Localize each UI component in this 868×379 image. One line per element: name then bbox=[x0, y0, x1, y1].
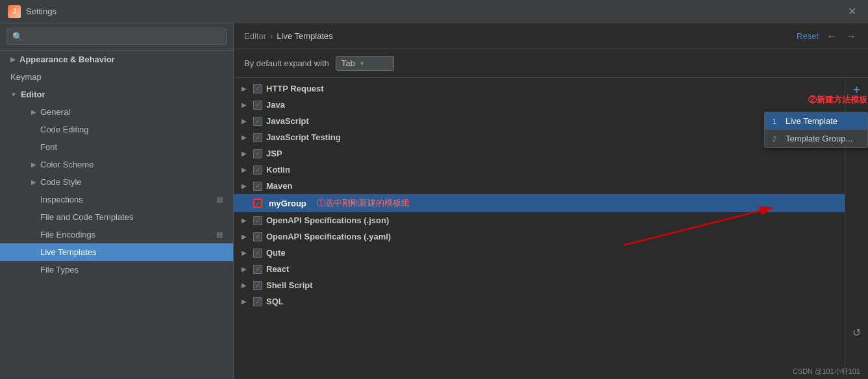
popup-item-template-group[interactable]: 2 Template Group... bbox=[765, 130, 867, 147]
checkbox-icon: ✓ bbox=[253, 117, 262, 126]
chevron-icon: ▶ bbox=[242, 265, 249, 273]
checkbox-icon: ✓ bbox=[253, 265, 262, 274]
dropdown-arrow-icon: ▾ bbox=[360, 60, 364, 67]
back-button[interactable]: ← bbox=[825, 29, 838, 43]
inspections-badge: ▤ bbox=[216, 195, 223, 204]
sidebar-item-label: Appearance & Behavior bbox=[19, 55, 115, 64]
list-item[interactable]: ▶ ✓ SQL bbox=[234, 293, 845, 310]
content-header: Editor › Live Templates Reset ← → bbox=[234, 23, 868, 49]
sidebar-item-label: Keymap bbox=[10, 72, 42, 82]
list-item[interactable]: ▶ ✓ Qute bbox=[234, 245, 845, 261]
list-item-mygroup[interactable]: ✓ myGroup ①选中刚刚新建的模板组 bbox=[234, 194, 845, 212]
chevron-icon: ▶ bbox=[242, 85, 249, 92]
sidebar-item-file-encodings[interactable]: File Encodings ▤ bbox=[0, 226, 233, 243]
file-encodings-badge: ▤ bbox=[216, 230, 223, 239]
chevron-icon: ▶ bbox=[10, 56, 16, 63]
group-name: Java bbox=[266, 100, 285, 110]
chevron-icon: ▶ bbox=[31, 108, 36, 116]
group-name: React bbox=[266, 264, 289, 274]
sidebar: ▶ Appearance & Behavior Keymap ▼ Editor … bbox=[0, 23, 234, 379]
list-item[interactable]: ▶ ✓ OpenAPI Specifications (.yaml) bbox=[234, 228, 845, 245]
toolbar-row: By default expand with Tab ▾ bbox=[234, 49, 868, 78]
sidebar-item-label: Color Scheme bbox=[40, 160, 93, 169]
content-area: Editor › Live Templates Reset ← → By def… bbox=[234, 23, 868, 379]
checkbox-icon: ✓ bbox=[253, 232, 262, 241]
list-item[interactable]: ▶ ✓ Java bbox=[234, 97, 845, 113]
breadcrumb-current: Live Templates bbox=[277, 31, 332, 41]
breadcrumb-parent: Editor bbox=[244, 31, 266, 41]
sidebar-item-appearance[interactable]: ▶ Appearance & Behavior bbox=[0, 51, 233, 68]
templates-container: ▶ ✓ HTTP Request ▶ ✓ Java ▶ ✓ JavaScript bbox=[234, 78, 868, 379]
main-container: ▶ Appearance & Behavior Keymap ▼ Editor … bbox=[0, 23, 868, 379]
group-name: Shell Script bbox=[266, 280, 313, 290]
sidebar-item-editor[interactable]: ▼ Editor bbox=[0, 86, 233, 103]
title-bar: J Settings ✕ bbox=[0, 0, 868, 23]
list-item[interactable]: ▶ ✓ JavaScript bbox=[234, 113, 845, 129]
chevron-icon: ▶ bbox=[242, 166, 249, 173]
sidebar-item-color-scheme[interactable]: ▶ Color Scheme bbox=[0, 156, 233, 173]
header-actions: Reset ← → bbox=[797, 29, 858, 43]
sidebar-item-general[interactable]: ▶ General bbox=[0, 103, 233, 121]
sidebar-item-file-types[interactable]: File Types bbox=[0, 261, 233, 278]
breadcrumb: Editor › Live Templates bbox=[244, 31, 333, 41]
expand-dropdown[interactable]: Tab ▾ bbox=[336, 56, 394, 71]
sidebar-item-label: Code Editing bbox=[40, 125, 88, 134]
sidebar-item-code-style[interactable]: ▶ Code Style bbox=[0, 173, 233, 191]
breadcrumb-separator: › bbox=[270, 31, 273, 41]
chevron-icon: ▶ bbox=[31, 178, 36, 186]
sidebar-item-label: Inspections bbox=[40, 195, 83, 204]
undo-button[interactable]: ↺ bbox=[847, 323, 865, 341]
popup-item-live-template[interactable]: 1 Live Template bbox=[765, 112, 867, 130]
list-item[interactable]: ▶ ✓ Maven bbox=[234, 178, 845, 194]
checkbox-icon: ✓ bbox=[253, 199, 262, 208]
group-name: Kotlin bbox=[266, 165, 290, 175]
chevron-icon: ▶ bbox=[242, 217, 249, 224]
popup-item-num: 1 bbox=[773, 117, 780, 125]
sidebar-item-live-templates[interactable]: Live Templates bbox=[0, 243, 233, 261]
list-item[interactable]: ▶ ✓ React bbox=[234, 261, 845, 277]
sidebar-item-code-editing[interactable]: Code Editing bbox=[0, 121, 233, 138]
chevron-icon: ▶ bbox=[242, 150, 249, 157]
close-button[interactable]: ✕ bbox=[844, 4, 860, 19]
checkbox-icon: ✓ bbox=[253, 216, 262, 225]
list-item[interactable]: ▶ ✓ HTTP Request bbox=[234, 80, 845, 97]
app-icon: J bbox=[8, 5, 21, 18]
add-annotation-label: ②新建方法模板 bbox=[808, 94, 867, 106]
bottom-bar: CSDN @101小轩101 bbox=[785, 364, 868, 379]
checkbox-icon: ✓ bbox=[253, 281, 262, 290]
checkbox-icon: ✓ bbox=[253, 133, 262, 142]
chevron-icon: ▶ bbox=[242, 282, 249, 289]
forward-button[interactable]: → bbox=[845, 29, 858, 43]
search-bar bbox=[0, 23, 233, 51]
chevron-icon: ▶ bbox=[242, 182, 249, 190]
sidebar-item-label: File Types bbox=[40, 265, 79, 275]
list-item[interactable]: ▶ ✓ JavaScript Testing bbox=[234, 129, 845, 145]
checkbox-icon: ✓ bbox=[253, 182, 262, 191]
popup-item-label: Live Template bbox=[786, 116, 837, 126]
group-name: Maven bbox=[266, 181, 292, 191]
chevron-icon: ▶ bbox=[31, 161, 36, 168]
list-item[interactable]: ▶ ✓ Kotlin bbox=[234, 162, 845, 178]
group-name: JSP bbox=[266, 149, 282, 158]
group-name: JavaScript Testing bbox=[266, 132, 341, 142]
group-name-mygroup: myGroup bbox=[269, 199, 306, 208]
group-name: OpenAPI Specifications (.json) bbox=[266, 215, 389, 225]
sidebar-item-file-code-templates[interactable]: File and Code Templates bbox=[0, 208, 233, 226]
sidebar-item-inspections[interactable]: Inspections ▤ bbox=[0, 191, 233, 208]
list-item[interactable]: ▶ ✓ Shell Script bbox=[234, 277, 845, 293]
checkbox-icon: ✓ bbox=[253, 101, 262, 110]
list-item[interactable]: ▶ ✓ JSP bbox=[234, 145, 845, 162]
group-name: JavaScript bbox=[266, 116, 309, 126]
group-name: OpenAPI Specifications (.yaml) bbox=[266, 232, 391, 241]
sidebar-item-keymap[interactable]: Keymap bbox=[0, 68, 233, 86]
window-title: Settings bbox=[26, 6, 56, 16]
sidebar-item-font[interactable]: Font bbox=[0, 138, 233, 156]
checkbox-icon: ✓ bbox=[253, 165, 262, 175]
chevron-icon: ▼ bbox=[10, 91, 17, 98]
list-item[interactable]: ▶ ✓ OpenAPI Specifications (.json) bbox=[234, 212, 845, 228]
expand-label: By default expand with bbox=[244, 58, 329, 68]
reset-button[interactable]: Reset bbox=[797, 31, 819, 41]
search-input[interactable] bbox=[6, 29, 227, 45]
sidebar-item-label: Live Templates bbox=[40, 247, 96, 257]
chevron-icon: ▶ bbox=[242, 249, 249, 256]
